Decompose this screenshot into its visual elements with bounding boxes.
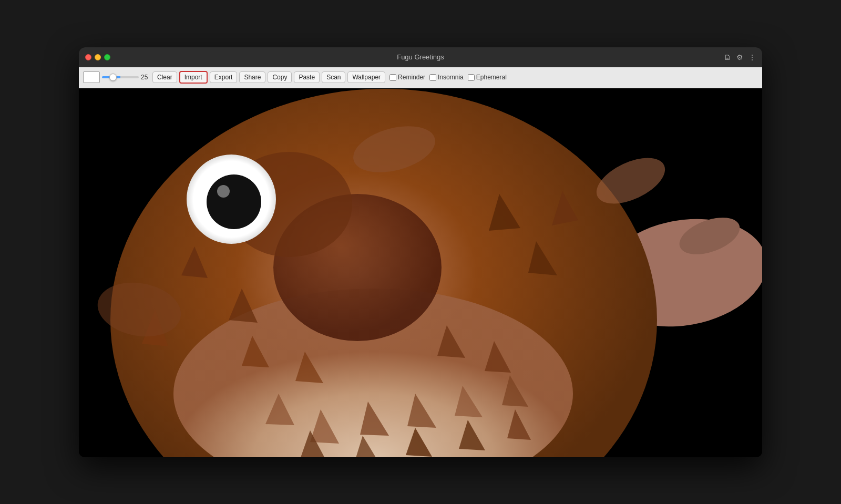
app-window: Fugu Greetings 🗎 ⚙ ⋮ 25 Clear Import Exp… <box>79 47 762 457</box>
ephemeral-checkbox-label[interactable]: Ephemeral <box>468 74 507 81</box>
scan-button[interactable]: Scan <box>322 71 345 83</box>
titlebar-actions: 🗎 ⚙ ⋮ <box>724 53 756 61</box>
insomnia-checkbox-label[interactable]: Insomnia <box>429 74 464 81</box>
fugu-svg <box>79 88 762 457</box>
copy-button[interactable]: Copy <box>268 71 292 83</box>
maximize-button[interactable] <box>104 54 110 60</box>
reminder-checkbox[interactable] <box>389 74 396 81</box>
close-button[interactable] <box>85 54 91 60</box>
insomnia-checkbox[interactable] <box>429 74 436 81</box>
pen-preview <box>83 71 100 83</box>
checkboxes-group: Reminder Insomnia Ephemeral <box>389 74 507 81</box>
fugu-drawing <box>79 88 762 457</box>
puzzle-icon[interactable]: ⚙ <box>736 53 743 61</box>
canvas-area[interactable] <box>79 88 762 457</box>
titlebar: Fugu Greetings 🗎 ⚙ ⋮ <box>79 47 762 67</box>
more-icon[interactable]: ⋮ <box>748 53 756 61</box>
share-button[interactable]: Share <box>239 71 265 83</box>
slider-value: 25 <box>141 74 150 81</box>
toolbar: 25 Clear Import Export Share Copy Paste … <box>79 67 762 88</box>
slider-container: 25 <box>102 74 150 81</box>
window-title: Fugu Greetings <box>397 53 444 61</box>
ephemeral-checkbox[interactable] <box>468 74 475 81</box>
document-icon[interactable]: 🗎 <box>724 53 731 61</box>
insomnia-label: Insomnia <box>438 74 464 81</box>
reminder-label: Reminder <box>398 74 425 81</box>
import-button[interactable]: Import <box>179 71 208 84</box>
paste-button[interactable]: Paste <box>294 71 320 83</box>
export-button[interactable]: Export <box>210 71 238 83</box>
svg-point-9 <box>217 185 230 198</box>
size-slider[interactable] <box>102 76 139 78</box>
reminder-checkbox-label[interactable]: Reminder <box>389 74 425 81</box>
ephemeral-label: Ephemeral <box>476 74 507 81</box>
minimize-button[interactable] <box>95 54 101 60</box>
clear-button[interactable]: Clear <box>152 71 177 83</box>
wallpaper-button[interactable]: Wallpaper <box>347 71 385 83</box>
svg-point-8 <box>207 174 261 229</box>
traffic-lights <box>85 54 110 60</box>
